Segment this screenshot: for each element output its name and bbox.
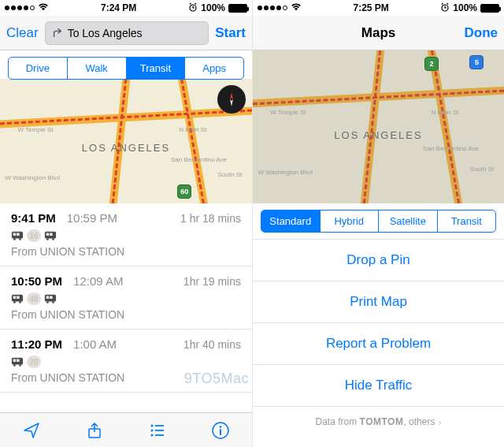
print-map-button[interactable]: Print Map	[253, 281, 504, 323]
mode-drive[interactable]: Drive	[9, 58, 67, 79]
signal-dots-icon	[5, 6, 35, 10]
svg-point-21	[46, 301, 49, 304]
nav-title: Maps	[300, 25, 457, 41]
wifi-icon	[291, 2, 302, 13]
bus-icon	[11, 293, 24, 304]
highway-shield: 5	[469, 55, 484, 69]
nav-bar: Clear To Los Angeles Start	[0, 16, 252, 50]
road-label: W Washington Blvd	[5, 174, 60, 181]
svg-rect-9	[46, 233, 50, 236]
phone-left-directions: 7:24 PM 100% Clear To Los Angeles Start …	[0, 0, 252, 447]
status-bar: 7:24 PM 100%	[0, 0, 252, 16]
svg-point-26	[13, 364, 16, 367]
attribution-suffix: , others	[403, 416, 435, 427]
view-mode-segmented: Standard Hybrid Satellite Transit	[253, 203, 504, 240]
attribution-prefix: Data from	[316, 416, 360, 427]
toolbar	[0, 412, 252, 447]
done-button[interactable]: Done	[463, 25, 498, 41]
view-standard[interactable]: Standard	[261, 210, 320, 232]
info-button[interactable]	[211, 421, 230, 440]
map-view[interactable]: W Temple St N Main St W Washington Blvd …	[253, 50, 504, 203]
svg-point-31	[151, 434, 154, 436]
svg-rect-20	[50, 296, 53, 299]
hide-traffic-button[interactable]: Hide Traffic	[253, 365, 504, 407]
line-badge: 20	[27, 356, 41, 368]
svg-point-7	[19, 238, 21, 240]
line-badge: 48	[27, 292, 41, 305]
route-from: From UNION STATION	[11, 245, 241, 258]
phone-right-settings: 7:25 PM 100% Maps Done W Temple St N Mai…	[252, 0, 504, 447]
svg-point-6	[13, 238, 16, 240]
attribution-brand: TOMTOM	[360, 416, 404, 427]
line-badge: 16	[27, 229, 41, 242]
report-problem-button[interactable]: Report a Problem	[253, 323, 504, 365]
route-depart: 11:20 PM	[11, 337, 62, 351]
route-arrive: 1:00 AM	[73, 337, 117, 351]
road-label: W Washington Blvd	[258, 169, 313, 176]
route-duration: 1 hr 18 mins	[180, 212, 241, 225]
road-label: W Temple St	[17, 126, 53, 133]
route-duration: 1hr 40 mins	[183, 338, 241, 351]
locate-button[interactable]	[22, 421, 41, 440]
transport-mode-segmented: Drive Walk Transit Apps	[0, 50, 252, 86]
svg-marker-2	[230, 99, 233, 106]
road-label: San Bernardino Ave	[423, 145, 479, 152]
svg-rect-14	[13, 296, 17, 299]
route-from: From UNION STATION	[11, 308, 241, 321]
share-button[interactable]	[85, 421, 104, 440]
battery-icon	[480, 4, 499, 13]
battery-percent: 100%	[201, 2, 225, 13]
route-list: 9:41 PM 10:59 PM 1 hr 18 mins 16 From UN…	[0, 203, 252, 412]
city-label: LOS ANGELES	[82, 141, 170, 153]
compass-button[interactable]	[217, 85, 246, 114]
view-transit[interactable]: Transit	[437, 210, 496, 232]
clear-button[interactable]: Clear	[6, 25, 39, 41]
mode-transit[interactable]: Transit	[126, 58, 185, 79]
destination-text: To Los Angeles	[68, 27, 143, 39]
svg-rect-10	[50, 233, 53, 236]
highway-shield: 60	[177, 184, 191, 199]
status-time: 7:25 PM	[353, 2, 388, 13]
svg-point-30	[151, 429, 154, 431]
highway-shield: 2	[424, 57, 439, 71]
route-arrow-icon	[52, 28, 63, 39]
route-arrive: 12:09 AM	[73, 274, 123, 288]
start-button[interactable]: Start	[215, 25, 246, 41]
map-view[interactable]: W Temple St N Main St W Washington Blvd …	[0, 79, 252, 203]
svg-rect-24	[13, 359, 17, 362]
battery-icon	[228, 4, 247, 13]
svg-point-29	[151, 424, 154, 427]
route-arrive: 10:59 PM	[67, 211, 117, 225]
alarm-icon	[188, 2, 198, 14]
road-label: N Main St	[179, 126, 206, 133]
mode-walk[interactable]: Walk	[67, 58, 126, 79]
route-duration: 1hr 19 mins	[183, 275, 241, 288]
svg-rect-4	[13, 233, 17, 236]
drop-pin-button[interactable]: Drop a Pin	[253, 240, 504, 281]
svg-marker-1	[230, 92, 233, 99]
svg-rect-15	[17, 296, 20, 299]
bus-icon	[11, 230, 24, 241]
route-item[interactable]: 11:20 PM 1:00 AM 1hr 40 mins 20 From UNI…	[0, 330, 252, 393]
route-item[interactable]: 9:41 PM 10:59 PM 1 hr 18 mins 16 From UN…	[0, 203, 252, 266]
svg-point-27	[19, 364, 21, 367]
bus-icon	[11, 356, 24, 367]
view-hybrid[interactable]: Hybrid	[320, 210, 379, 232]
list-button[interactable]	[148, 421, 167, 440]
attribution-row[interactable]: Data from TOMTOM, others›	[253, 407, 504, 437]
route-depart: 9:41 PM	[11, 211, 56, 225]
mode-apps[interactable]: Apps	[184, 58, 243, 79]
route-item[interactable]: 10:50 PM 12:09 AM 1hr 19 mins 48 From UN…	[0, 266, 252, 330]
bus-icon	[44, 230, 57, 241]
view-satellite[interactable]: Satellite	[378, 210, 437, 232]
svg-point-11	[46, 238, 49, 240]
svg-point-16	[13, 301, 16, 304]
alarm-icon	[440, 2, 450, 14]
svg-rect-19	[46, 296, 50, 299]
svg-point-12	[52, 238, 54, 240]
nav-bar: Maps Done	[253, 16, 504, 50]
destination-field[interactable]: To Los Angeles	[45, 21, 209, 45]
signal-dots-icon	[258, 6, 287, 10]
svg-point-22	[52, 301, 54, 304]
svg-rect-5	[17, 233, 20, 236]
